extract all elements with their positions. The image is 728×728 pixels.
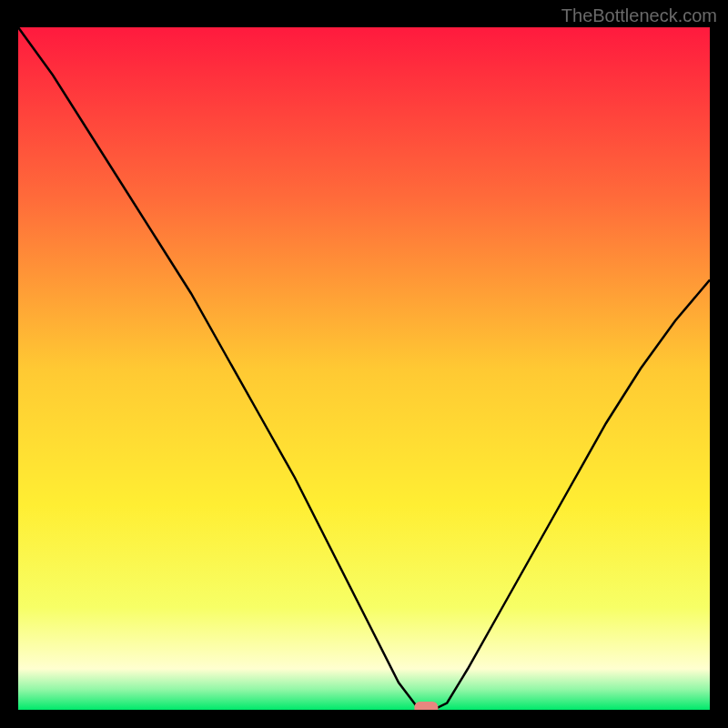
gradient-background — [18, 27, 710, 710]
optimal-point-marker — [414, 702, 438, 710]
watermark-text: TheBottleneck.com — [561, 5, 717, 26]
bottleneck-chart — [18, 27, 710, 710]
chart-plot-area — [18, 27, 710, 710]
